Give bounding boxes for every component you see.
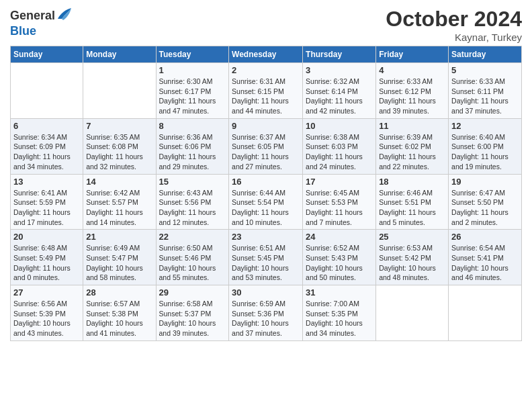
day-number: 17 <box>306 177 373 187</box>
day-content-line: Sunset: 5:57 PM <box>86 198 138 206</box>
day-number: 10 <box>306 121 373 131</box>
calendar-cell: 29Sunrise: 6:58 AMSunset: 5:37 PMDayligh… <box>156 285 229 341</box>
calendar-cell: 8Sunrise: 6:36 AMSunset: 6:06 PMDaylight… <box>156 118 229 174</box>
calendar-cell: 4Sunrise: 6:33 AMSunset: 6:12 PMDaylight… <box>376 63 449 119</box>
weekday-header-friday: Friday <box>376 46 449 63</box>
day-content-line: Daylight: 11 hours and 29 minutes. <box>159 152 216 171</box>
day-number: 19 <box>451 177 519 187</box>
calendar-cell: 14Sunrise: 6:42 AMSunset: 5:57 PMDayligh… <box>83 174 156 230</box>
day-content: Sunrise: 6:46 AMSunset: 5:51 PMDaylight:… <box>379 188 445 228</box>
day-content-line: Daylight: 11 hours and 5 minutes. <box>379 208 436 226</box>
day-content-line: Daylight: 11 hours and 19 minutes. <box>451 152 508 171</box>
day-content-line: Sunset: 5:47 PM <box>86 254 138 262</box>
calendar-cell: 17Sunrise: 6:45 AMSunset: 5:53 PMDayligh… <box>303 174 376 230</box>
calendar-cell: 28Sunrise: 6:57 AMSunset: 5:38 PMDayligh… <box>83 285 156 341</box>
day-content: Sunrise: 6:51 AMSunset: 5:45 PMDaylight:… <box>232 243 300 283</box>
calendar-cell: 31Sunrise: 7:00 AMSunset: 5:35 PMDayligh… <box>303 285 376 341</box>
calendar-week-row: 6Sunrise: 6:34 AMSunset: 6:09 PMDaylight… <box>11 118 522 174</box>
day-content: Sunrise: 6:44 AMSunset: 5:54 PMDaylight:… <box>232 188 300 228</box>
day-number: 25 <box>379 232 445 242</box>
day-content: Sunrise: 6:45 AMSunset: 5:53 PMDaylight:… <box>306 188 373 228</box>
day-content-line: Sunset: 5:43 PM <box>306 254 358 262</box>
day-content-line: Daylight: 11 hours and 47 minutes. <box>159 97 216 115</box>
month-title: October 2024 <box>386 7 522 32</box>
day-content: Sunrise: 6:50 AMSunset: 5:46 PMDaylight:… <box>159 243 226 283</box>
calendar-cell: 13Sunrise: 6:41 AMSunset: 5:59 PMDayligh… <box>11 174 83 230</box>
day-content: Sunrise: 6:35 AMSunset: 6:08 PMDaylight:… <box>86 132 152 172</box>
day-number: 30 <box>232 287 300 298</box>
day-content: Sunrise: 6:57 AMSunset: 5:38 PMDaylight:… <box>86 299 152 338</box>
day-content-line: Sunset: 6:12 PM <box>379 87 431 95</box>
day-content-line: Sunrise: 6:58 AM <box>159 300 213 308</box>
day-number: 20 <box>13 232 80 242</box>
day-content-line: Sunrise: 6:52 AM <box>306 244 359 252</box>
day-content-line: Sunrise: 6:53 AM <box>379 244 433 252</box>
calendar-cell: 5Sunrise: 6:33 AMSunset: 6:11 PMDaylight… <box>449 63 522 119</box>
calendar-cell: 6Sunrise: 6:34 AMSunset: 6:09 PMDaylight… <box>11 118 83 174</box>
day-number: 12 <box>451 121 519 131</box>
calendar-cell: 11Sunrise: 6:39 AMSunset: 6:02 PMDayligh… <box>376 118 449 174</box>
day-content-line: Sunset: 6:05 PM <box>232 142 284 150</box>
day-number: 11 <box>379 121 445 131</box>
day-content-line: Sunrise: 6:30 AM <box>159 77 213 85</box>
day-content-line: Sunset: 5:39 PM <box>13 310 66 318</box>
day-number: 26 <box>451 232 519 242</box>
weekday-header-monday: Monday <box>83 46 156 63</box>
day-number: 21 <box>86 232 152 242</box>
day-content: Sunrise: 6:47 AMSunset: 5:50 PMDaylight:… <box>451 188 519 228</box>
day-number: 4 <box>379 65 445 75</box>
day-content-line: Daylight: 11 hours and 22 minutes. <box>379 152 436 171</box>
day-content-line: Sunrise: 6:38 AM <box>306 133 359 141</box>
day-content-line: Daylight: 11 hours and 24 minutes. <box>306 152 363 171</box>
location: Kaynar, Turkey <box>386 32 522 43</box>
day-content-line: Daylight: 11 hours and 12 minutes. <box>159 208 216 226</box>
calendar-cell: 19Sunrise: 6:47 AMSunset: 5:50 PMDayligh… <box>449 174 522 230</box>
calendar-cell: 3Sunrise: 6:32 AMSunset: 6:14 PMDaylight… <box>303 63 376 119</box>
day-content-line: Sunrise: 7:00 AM <box>306 300 359 308</box>
calendar-cell: 27Sunrise: 6:56 AMSunset: 5:39 PMDayligh… <box>11 285 83 341</box>
logo-bird-icon <box>56 7 73 25</box>
day-content-line: Sunrise: 6:47 AM <box>451 189 505 197</box>
day-content: Sunrise: 6:40 AMSunset: 6:00 PMDaylight:… <box>451 132 519 172</box>
day-content-line: Daylight: 10 hours and 34 minutes. <box>306 319 363 337</box>
day-content: Sunrise: 7:00 AMSunset: 5:35 PMDaylight:… <box>306 299 373 338</box>
day-content-line: Daylight: 10 hours and 43 minutes. <box>13 319 71 337</box>
day-content-line: Daylight: 11 hours and 0 minutes. <box>13 264 71 282</box>
day-content: Sunrise: 6:31 AMSunset: 6:15 PMDaylight:… <box>232 77 300 116</box>
day-content-line: Sunrise: 6:51 AM <box>232 244 285 252</box>
day-content-line: Daylight: 10 hours and 37 minutes. <box>232 319 289 337</box>
day-content-line: Sunset: 5:35 PM <box>306 310 358 318</box>
day-content: Sunrise: 6:42 AMSunset: 5:57 PMDaylight:… <box>86 188 152 228</box>
day-content: Sunrise: 6:39 AMSunset: 6:02 PMDaylight:… <box>379 132 445 172</box>
day-content-line: Sunset: 5:54 PM <box>232 198 284 206</box>
calendar-table: SundayMondayTuesdayWednesdayThursdayFrid… <box>10 46 522 341</box>
day-content-line: Daylight: 10 hours and 46 minutes. <box>451 264 508 282</box>
day-content-line: Sunrise: 6:34 AM <box>13 133 67 141</box>
calendar-week-row: 1Sunrise: 6:30 AMSunset: 6:17 PMDaylight… <box>11 63 522 119</box>
weekday-header-row: SundayMondayTuesdayWednesdayThursdayFrid… <box>11 46 522 63</box>
day-content-line: Sunset: 6:11 PM <box>451 87 504 95</box>
calendar-cell <box>83 63 156 119</box>
title-block: October 2024 Kaynar, Turkey <box>386 7 522 43</box>
day-content-line: Sunset: 5:49 PM <box>13 254 66 262</box>
calendar-cell: 15Sunrise: 6:43 AMSunset: 5:56 PMDayligh… <box>156 174 229 230</box>
day-content-line: Sunrise: 6:41 AM <box>13 189 67 197</box>
calendar-cell: 23Sunrise: 6:51 AMSunset: 5:45 PMDayligh… <box>229 230 303 285</box>
day-content-line: Sunset: 6:00 PM <box>451 142 504 150</box>
calendar-cell: 22Sunrise: 6:50 AMSunset: 5:46 PMDayligh… <box>156 230 229 285</box>
calendar-cell: 10Sunrise: 6:38 AMSunset: 6:03 PMDayligh… <box>303 118 376 174</box>
day-content: Sunrise: 6:37 AMSunset: 6:05 PMDaylight:… <box>232 132 300 172</box>
day-content: Sunrise: 6:33 AMSunset: 6:12 PMDaylight:… <box>379 77 445 116</box>
calendar-cell: 7Sunrise: 6:35 AMSunset: 6:08 PMDaylight… <box>83 118 156 174</box>
logo-blue-text: Blue <box>10 25 36 38</box>
day-content-line: Sunrise: 6:56 AM <box>13 300 67 308</box>
day-number: 3 <box>306 65 373 75</box>
day-number: 13 <box>13 177 80 187</box>
day-content-line: Sunrise: 6:50 AM <box>159 244 213 252</box>
day-content-line: Sunset: 5:38 PM <box>86 310 138 318</box>
day-content-line: Daylight: 11 hours and 17 minutes. <box>13 208 71 226</box>
day-content-line: Sunrise: 6:31 AM <box>232 77 285 85</box>
day-content-line: Daylight: 10 hours and 58 minutes. <box>86 264 143 282</box>
day-content: Sunrise: 6:43 AMSunset: 5:56 PMDaylight:… <box>159 188 226 228</box>
calendar-cell: 12Sunrise: 6:40 AMSunset: 6:00 PMDayligh… <box>449 118 522 174</box>
